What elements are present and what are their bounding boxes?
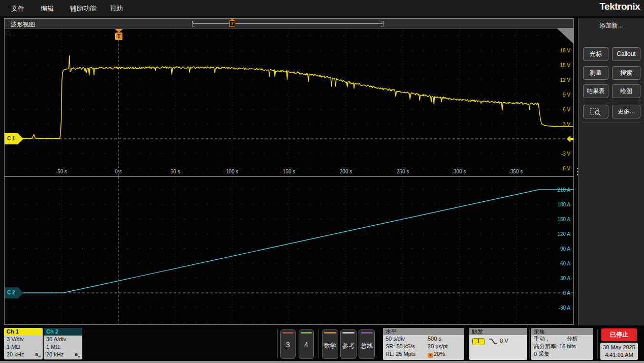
time-axis-label: 200 s — [340, 169, 352, 174]
ch2-axis-label: 120 A — [557, 231, 570, 237]
trigger-level-value: 0 V — [500, 338, 508, 344]
button-label: 参考 — [341, 342, 356, 350]
ref-button[interactable]: 参考 — [340, 329, 357, 359]
time-axis-label: 300 s — [454, 169, 466, 174]
divider — [529, 329, 530, 358]
acquisition-analyze: 分析 — [567, 335, 578, 343]
trigger-position-badge[interactable]: T — [115, 33, 122, 40]
sidebar-divider — [582, 101, 641, 101]
bus-button[interactable]: 总线 — [359, 329, 375, 359]
time-axis-label: 350 s — [510, 169, 523, 174]
ch1-bw-limit-icon: Bw — [36, 352, 41, 358]
ch1-badge-name: Ch 1 — [4, 328, 43, 336]
bottom-edge-strip — [0, 361, 644, 363]
trigger-source-badge: 1 — [472, 338, 485, 345]
ch2-axis-label: -30 A — [559, 305, 570, 311]
channel-button-4[interactable]: 4 — [299, 329, 314, 359]
menu-item-4[interactable]: 帮助 — [110, 4, 123, 13]
ch2-badge[interactable]: Ch 2 30 A/div 1 MΩ 20 kHz Bw — [44, 328, 82, 359]
acquisition-panel[interactable]: 采集 手动 ,分析 高分辨率: 16 bits 0 采集 — [531, 328, 593, 360]
ch1-impedance: 1 MΩ — [4, 343, 43, 351]
channel-button-label: 4 — [299, 341, 313, 349]
acquisition-resolution: 高分辨率: 16 bits — [531, 343, 593, 350]
date-text: 30 May 2025 — [600, 344, 638, 351]
sidebar-button-6[interactable]: 绘图 — [612, 84, 640, 98]
horizontal-panel[interactable]: 水平 50 s/div500 s SR: 50 kS/s20 µs/pt RL:… — [383, 328, 464, 360]
ch1-axis-label: 15 V — [560, 63, 570, 68]
acquisition-count: 0 采集 — [531, 350, 593, 358]
waveform-view-title: 波形视图 — [11, 20, 35, 29]
button-label: 总线 — [359, 342, 374, 350]
ch1-axis-label: -6 V — [561, 166, 570, 171]
minimap-trigger-t-icon: T — [229, 20, 235, 27]
acquisition-panel-title: 采集 — [531, 328, 593, 335]
ch1-axis-label: 9 V — [563, 92, 570, 98]
channel-button-3[interactable]: 3 — [280, 329, 296, 359]
ch2-axis-label: 60 A — [560, 261, 570, 266]
time-axis-label: 150 s — [283, 169, 295, 174]
record-length: RL: 25 Mpts — [385, 351, 415, 357]
time-text: 4:41:01 AM — [600, 351, 638, 359]
horizontal-panel-title: 水平 — [383, 328, 464, 335]
acquisition-minimap[interactable]: T — [189, 18, 388, 28]
horizontal-window: 500 s — [428, 335, 441, 343]
menu-item-2[interactable]: 编辑 — [41, 4, 54, 13]
oscilloscope-app: 文件编辑辅助功能帮助 Tektronix 波形视图 T T C 1 18 V15… — [0, 0, 644, 363]
acquisition-mode: 手动 , — [534, 336, 548, 342]
datetime-display: 30 May 2025 4:41:01 AM — [600, 343, 638, 360]
trigger-position-triangle-icon — [115, 29, 123, 33]
sample-interval: 20 µs/pt — [428, 343, 447, 350]
menu-item-3[interactable]: 辅助功能 — [70, 4, 96, 13]
ch1-axis-label: 12 V — [560, 77, 570, 83]
add-new-sidebar: 添加新... 光标Callout测量搜索结果表绘图 更多... — [578, 18, 644, 325]
sidebar-button-4[interactable]: 搜索 — [612, 66, 640, 80]
channel-color-stripe — [282, 332, 294, 334]
math-button[interactable]: 数学 — [322, 329, 338, 359]
time-axis-label: 100 s — [226, 169, 238, 174]
trigger-panel-title: 触发 — [469, 328, 527, 335]
divider — [277, 329, 278, 358]
minimap-trigger-marker[interactable]: T — [229, 18, 236, 29]
graticule-ch1[interactable]: T C 1 18 V15 V12 V9 V6 V3 V0-3 V-6 V -50… — [5, 28, 573, 176]
time-axis-label: 0 s — [115, 169, 121, 174]
sidebar-button-3[interactable]: 测量 — [583, 66, 608, 80]
run-stop-button[interactable]: 已停止 — [601, 328, 637, 341]
ch1-badge[interactable]: Ch 1 3 V/div 1 MΩ 20 kHz Bw — [4, 328, 43, 359]
ch2-bw-limit-icon: Bw — [75, 352, 80, 358]
sidebar-divider — [582, 123, 641, 123]
menu-bar: 文件编辑辅助功能帮助 Tektronix — [0, 0, 644, 16]
trigger-position-percent: 20% — [434, 351, 445, 357]
ch2-plot — [5, 177, 573, 324]
sidebar-button-1[interactable]: 光标 — [583, 47, 608, 61]
trigger-panel[interactable]: 触发 1 0 V — [469, 328, 527, 360]
trigger-position-icon: T — [428, 353, 433, 358]
magnifier-icon — [5, 29, 13, 38]
ch2-axis-label: 30 A — [560, 276, 570, 281]
ch2-axis-label: 210 A — [557, 187, 570, 193]
sidebar-button-5[interactable]: 结果表 — [583, 84, 608, 98]
time-axis-label: -50 s — [56, 169, 67, 174]
ch2-axis-label: 0 A — [563, 290, 570, 296]
horizontal-scale: 50 s/div — [385, 336, 405, 342]
bottom-status-bar: Ch 1 3 V/div 1 MΩ 20 kHz Bw Ch 2 30 A/di… — [0, 326, 644, 361]
ch1-axis-label: 0 — [567, 136, 570, 142]
sidebar-button-2[interactable]: Callout — [612, 47, 640, 61]
ch1-axis-label: -3 V — [561, 151, 570, 157]
channel-button-label: 3 — [281, 341, 295, 349]
ch2-axis-label: 90 A — [560, 246, 570, 252]
tektronix-logo: Tektronix — [599, 1, 640, 12]
ch2-badge-name: Ch 2 — [44, 328, 82, 336]
sidebar-title: 添加新... — [578, 21, 644, 30]
button-label: 数学 — [323, 342, 338, 350]
ch2-scale: 30 A/div — [44, 336, 82, 343]
more-button[interactable]: 更多... — [612, 105, 640, 118]
ch1-axis-label: 3 V — [563, 122, 570, 127]
divider — [597, 329, 598, 358]
area-zoom-button[interactable] — [583, 105, 608, 118]
ch1-scale: 3 V/div — [4, 336, 43, 343]
menu-item-1[interactable]: 文件 — [11, 4, 24, 13]
graticule-ch2[interactable]: C 2 210 A180 A150 A120 A90 A60 A30 A0 A-… — [5, 177, 573, 324]
ch1-axis-label: 6 V — [563, 107, 570, 112]
ch2-impedance: 1 MΩ — [44, 343, 82, 351]
sample-rate: SR: 50 kS/s — [385, 343, 415, 349]
